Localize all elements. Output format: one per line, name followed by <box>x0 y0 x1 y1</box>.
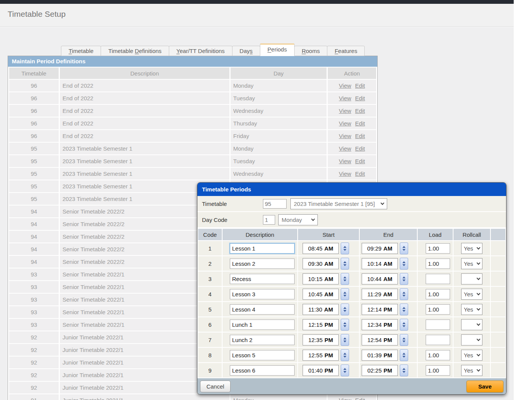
period-load-input[interactable] <box>426 350 450 360</box>
timetable-cell: 94 <box>9 218 59 230</box>
period-load-input[interactable] <box>426 274 450 284</box>
period-end-time-spinner[interactable] <box>400 319 408 331</box>
period-description-input[interactable] <box>230 259 295 269</box>
period-load-input[interactable] <box>426 335 450 345</box>
cancel-button[interactable]: Cancel <box>200 381 231 392</box>
timetable-code-input[interactable] <box>263 199 287 209</box>
period-load-input[interactable] <box>426 365 450 376</box>
period-row: 511:30AM12:14PMYes <box>198 302 505 316</box>
period-rollcall-select[interactable]: Yes <box>461 258 482 269</box>
period-description-input[interactable] <box>230 365 295 376</box>
tab-bar: TimetableTimetable DefinitionsYear/TT De… <box>61 43 364 56</box>
period-rollcall-select[interactable]: Yes <box>461 304 482 315</box>
tab-timetable[interactable]: Timetable <box>61 46 101 56</box>
period-start-time-input[interactable]: 01:40PM <box>303 365 339 376</box>
period-rollcall-select[interactable]: Yes <box>461 365 482 376</box>
period-start-time-spinner[interactable] <box>341 304 349 315</box>
period-rollcall-select[interactable]: Yes <box>461 243 482 254</box>
period-start-time-spinner[interactable] <box>341 273 349 285</box>
tab-timetable-definitions[interactable]: Timetable Definitions <box>101 46 169 56</box>
period-end-time-spinner[interactable] <box>400 365 408 376</box>
period-start-time-spinner[interactable] <box>341 258 349 270</box>
view-link[interactable]: View <box>339 108 351 114</box>
day-code-input[interactable] <box>263 215 275 225</box>
save-button[interactable]: Save <box>466 381 503 392</box>
view-link[interactable]: View <box>339 145 351 152</box>
period-end-time-spinner[interactable] <box>400 258 408 270</box>
period-end-time-spinner[interactable] <box>400 288 408 300</box>
period-description-input[interactable] <box>230 320 295 330</box>
period-start-time-spinner[interactable] <box>341 288 349 300</box>
period-description-input[interactable] <box>230 304 295 315</box>
edit-link[interactable]: Edit <box>355 397 365 400</box>
period-load-input[interactable] <box>426 243 450 254</box>
period-end-time-input[interactable]: 11:29AM <box>362 289 398 300</box>
period-load-input[interactable] <box>426 320 450 330</box>
period-end-time-spinner[interactable] <box>400 349 408 361</box>
view-link[interactable]: View <box>339 133 351 139</box>
period-rollcall-select[interactable] <box>461 273 482 284</box>
period-description-input[interactable] <box>230 335 295 345</box>
day-select[interactable]: Monday <box>278 214 318 225</box>
tab-rooms[interactable]: Rooms <box>294 46 328 56</box>
period-start-time-input[interactable]: 08:45AM <box>303 243 339 254</box>
period-start-time-input[interactable]: 09:30AM <box>303 258 339 269</box>
period-start-time-input[interactable]: 10:45AM <box>303 289 339 300</box>
period-end-time-input[interactable]: 01:39PM <box>362 350 398 361</box>
edit-link[interactable]: Edit <box>355 82 365 89</box>
period-end-time-input[interactable]: 12:14PM <box>362 304 398 315</box>
period-end-time-input[interactable]: 10:44AM <box>362 273 398 284</box>
tab-days[interactable]: Days <box>232 46 260 56</box>
period-description-cell <box>223 287 297 301</box>
edit-link[interactable]: Edit <box>355 145 365 152</box>
tab-features[interactable]: Features <box>327 46 365 56</box>
timetable-select[interactable]: 2023 Timetable Semester 1 [95] <box>290 198 387 209</box>
tab-year-tt-definitions[interactable]: Year/TT Definitions <box>169 46 232 56</box>
period-description-input[interactable] <box>230 289 295 299</box>
view-link[interactable]: View <box>339 170 351 177</box>
period-end-time-input[interactable]: 12:34PM <box>362 319 398 330</box>
period-end-time-input[interactable]: 02:25PM <box>362 365 398 376</box>
edit-link[interactable]: Edit <box>355 95 365 101</box>
period-start-time-input[interactable]: 10:15AM <box>303 273 339 284</box>
period-end-time-spinner[interactable] <box>400 304 408 315</box>
period-load-input[interactable] <box>426 304 450 315</box>
period-description-input[interactable] <box>230 274 295 284</box>
period-rollcall-select[interactable]: Yes <box>461 350 482 361</box>
period-start-time-spinner[interactable] <box>341 319 349 331</box>
period-start-time-spinner[interactable] <box>341 334 349 346</box>
period-rollcall-select[interactable] <box>461 319 482 330</box>
period-description-input[interactable] <box>230 350 295 360</box>
period-description-input[interactable] <box>230 243 295 254</box>
edit-link[interactable]: Edit <box>355 170 365 177</box>
view-link[interactable]: View <box>339 82 351 89</box>
period-load-input[interactable] <box>426 289 450 299</box>
period-start-time-spinner[interactable] <box>341 243 349 254</box>
edit-link[interactable]: Edit <box>355 158 365 164</box>
view-link[interactable]: View <box>339 397 351 400</box>
edit-link[interactable]: Edit <box>355 108 365 114</box>
period-end-time-input[interactable]: 09:29AM <box>362 243 398 254</box>
period-load-input[interactable] <box>426 259 450 269</box>
view-link[interactable]: View <box>339 120 351 127</box>
edit-link[interactable]: Edit <box>355 120 365 127</box>
period-end-time-spinner[interactable] <box>400 273 408 285</box>
period-end-time-spinner[interactable] <box>400 334 408 346</box>
period-start-time-spinner[interactable] <box>341 365 349 376</box>
period-start-time-input[interactable]: 12:55PM <box>303 350 339 361</box>
tab-periods[interactable]: Periods <box>260 43 295 56</box>
period-start-time-input[interactable]: 11:30AM <box>303 304 339 315</box>
view-link[interactable]: View <box>339 95 351 101</box>
period-rollcall-select[interactable]: Yes <box>461 289 482 300</box>
edit-link[interactable]: Edit <box>355 133 365 139</box>
period-start-time-spinner[interactable] <box>341 349 349 361</box>
period-rollcall-select[interactable] <box>461 334 482 345</box>
view-link[interactable]: View <box>339 158 351 164</box>
period-end-time-spinner[interactable] <box>400 243 408 254</box>
period-end-time-input[interactable]: 10:14AM <box>362 258 398 269</box>
period-load-cell <box>418 348 453 362</box>
description-cell: 2023 Timetable Semester 1 <box>60 155 229 167</box>
period-start-time-input[interactable]: 12:35PM <box>303 334 339 345</box>
period-start-time-input[interactable]: 12:15PM <box>303 319 339 330</box>
period-end-time-input[interactable]: 12:54PM <box>362 334 398 345</box>
